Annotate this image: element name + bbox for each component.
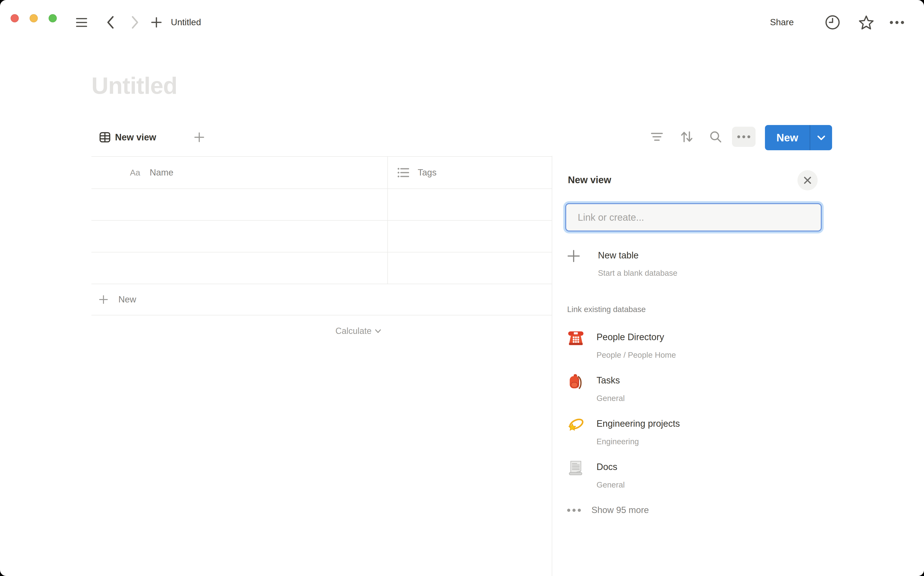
database-title: People Directory xyxy=(597,331,676,343)
traffic-lights xyxy=(11,14,57,22)
view-tab-label: New view xyxy=(115,132,156,142)
plus-icon xyxy=(99,295,108,304)
table-row[interactable] xyxy=(91,189,552,221)
backpack-icon xyxy=(567,373,585,391)
add-view-icon[interactable] xyxy=(194,132,205,142)
table-row[interactable] xyxy=(91,221,552,253)
new-record-button[interactable]: New xyxy=(765,125,810,150)
text-type-icon: Aa xyxy=(130,157,140,189)
database-title: Docs xyxy=(597,461,625,473)
close-panel-button[interactable] xyxy=(797,170,818,190)
database-table: Aa Name Tags New Calculate xyxy=(91,156,552,347)
database-subtitle: General xyxy=(597,480,625,490)
new-record-dropdown[interactable] xyxy=(810,125,832,150)
new-table-subtitle: Start a blank database xyxy=(598,268,677,278)
new-record-split-button: New xyxy=(765,125,832,150)
new-table-title: New table xyxy=(598,250,677,261)
close-window-icon[interactable] xyxy=(11,14,19,22)
telephone-icon xyxy=(567,330,585,348)
more-options-icon[interactable] xyxy=(890,21,904,24)
column-divider[interactable] xyxy=(387,156,388,284)
table-header-row: Aa Name Tags xyxy=(91,157,552,189)
search-icon[interactable] xyxy=(709,130,722,144)
plus-icon xyxy=(567,249,581,263)
new-table-option[interactable]: New table Start a blank database xyxy=(567,248,677,278)
new-view-panel: New view New table Start a blank databas… xyxy=(552,156,924,576)
breadcrumb-page-title[interactable]: Untitled xyxy=(171,17,201,28)
panel-title: New view xyxy=(568,174,611,186)
database-subtitle: Engineering xyxy=(597,437,680,446)
database-subtitle: People / People Home xyxy=(597,350,676,360)
table-view-icon xyxy=(99,131,111,143)
calculate-label: Calculate xyxy=(335,326,372,336)
table-row[interactable] xyxy=(91,253,552,284)
calculate-button[interactable]: Calculate xyxy=(91,315,388,347)
zoom-window-icon[interactable] xyxy=(49,14,57,22)
database-option-people-directory[interactable]: People Directory People / People Home xyxy=(567,327,879,368)
updates-clock-icon[interactable] xyxy=(825,14,841,30)
ellipsis-icon xyxy=(567,509,581,512)
database-subtitle: General xyxy=(597,393,625,403)
add-row-label: New xyxy=(119,294,136,305)
show-more-label: Show 95 more xyxy=(592,505,649,515)
database-option-docs[interactable]: Docs General xyxy=(567,457,879,498)
database-option-engineering-projects[interactable]: Engineering projects Engineering xyxy=(567,413,879,455)
forward-icon[interactable] xyxy=(130,15,140,29)
bulleted-list-icon xyxy=(398,167,409,178)
database-title: Engineering projects xyxy=(597,418,680,429)
column-header-name[interactable]: Name xyxy=(150,157,173,189)
back-icon[interactable] xyxy=(106,15,115,29)
chevron-down-icon xyxy=(375,329,381,333)
app-window: Untitled Share Untitled New view New xyxy=(0,0,924,576)
database-title: Tasks xyxy=(597,374,625,386)
column-header-tags[interactable]: Tags xyxy=(418,157,436,189)
dizzy-icon xyxy=(567,416,585,434)
page-title[interactable]: Untitled xyxy=(91,72,177,99)
sidebar-menu-icon[interactable] xyxy=(76,18,87,27)
minimize-window-icon[interactable] xyxy=(30,14,38,22)
view-options-icon[interactable] xyxy=(732,127,756,147)
share-button[interactable]: Share xyxy=(770,17,794,28)
scroll-icon xyxy=(567,459,585,477)
link-or-create-input[interactable] xyxy=(565,203,822,232)
link-existing-section-label: Link existing database xyxy=(567,304,646,315)
new-page-icon[interactable] xyxy=(151,17,162,28)
chevron-down-icon xyxy=(817,135,826,141)
add-row-button[interactable]: New xyxy=(91,284,552,315)
tab-new-view[interactable]: New view xyxy=(99,129,156,146)
favorite-star-icon[interactable] xyxy=(858,14,874,30)
database-option-tasks[interactable]: Tasks General xyxy=(567,370,879,411)
close-icon xyxy=(803,176,812,185)
sort-icon[interactable] xyxy=(680,130,693,144)
show-more-button[interactable]: Show 95 more xyxy=(567,502,649,518)
filter-icon[interactable] xyxy=(651,131,663,142)
